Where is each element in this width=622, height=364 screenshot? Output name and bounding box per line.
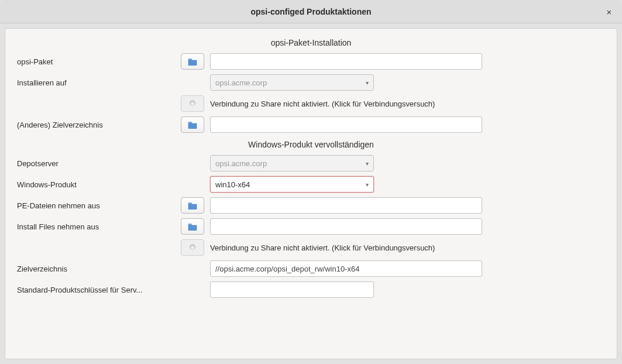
pe-files-label: PE-Dateien nehmen aus [17,201,169,210]
install-files-label: Install Files nehmen aus [17,222,169,231]
alt-target-dir-input[interactable] [210,116,482,133]
win-product-select[interactable]: win10-x64 ▾ [210,176,374,193]
chevron-down-icon: ▾ [366,181,369,188]
gear-icon [188,99,197,108]
section1-share-status[interactable]: Verbindung zu Share nicht aktiviert. (Kl… [210,99,605,108]
window: opsi-configed Produktaktionen × opsi-Pak… [0,0,622,364]
opsi-paket-input[interactable] [210,53,482,70]
chevron-down-icon: ▾ [366,80,369,86]
content-area: opsi-Paket-Installation opsi-Paket Insta… [5,28,617,359]
install-on-select[interactable]: opsi.acme.corp ▾ [210,74,374,91]
target-dir-input[interactable] [210,260,482,277]
install-on-label: Installieren auf [17,78,169,87]
section2-title: Windows-Produkt vervollständigen [17,140,605,149]
window-title: opsi-configed Produktaktionen [250,7,371,16]
folder-icon [188,121,197,129]
install-files-input[interactable] [210,218,482,235]
section1-title: opsi-Paket-Installation [17,38,605,47]
install-files-browse-button[interactable] [181,218,204,235]
product-key-input[interactable] [210,281,374,298]
pe-files-input[interactable] [210,197,482,214]
depot-select[interactable]: opsi.acme.corp ▾ [210,155,374,171]
chevron-down-icon: ▾ [366,160,369,167]
depot-value: opsi.acme.corp [215,159,267,168]
win-product-value: win10-x64 [215,180,250,189]
opsi-paket-label: opsi-Paket [17,57,169,66]
install-on-value: opsi.acme.corp [215,78,267,87]
alt-target-dir-label: (Anderes) Zielverzeichnis [17,121,169,129]
product-key-label: Standard-Produktschlüssel für Serv... [17,286,169,294]
gear-icon [188,243,197,252]
section2-share-status[interactable]: Verbindung zu Share nicht aktiviert. (Kl… [210,243,605,252]
close-icon: × [607,7,612,17]
alt-target-dir-browse-button[interactable] [181,116,204,133]
win-product-label: Windows-Produkt [17,180,169,189]
pe-files-browse-button[interactable] [181,197,204,214]
titlebar: opsi-configed Produktaktionen × [0,0,622,23]
section1-action-button[interactable] [181,95,204,112]
section2-action-button[interactable] [181,239,204,256]
folder-icon [188,57,197,66]
opsi-paket-browse-button[interactable] [181,53,204,70]
target-dir-label: Zielverzeichnis [17,265,169,273]
folder-icon [188,222,197,231]
folder-icon [188,201,197,210]
section2-form: Depotserver opsi.acme.corp ▾ Windows-Pro… [17,155,605,298]
depot-label: Depotserver [17,159,169,168]
section1-form: opsi-Paket Installieren auf opsi.acme.co… [17,53,605,133]
close-button[interactable]: × [602,5,616,19]
